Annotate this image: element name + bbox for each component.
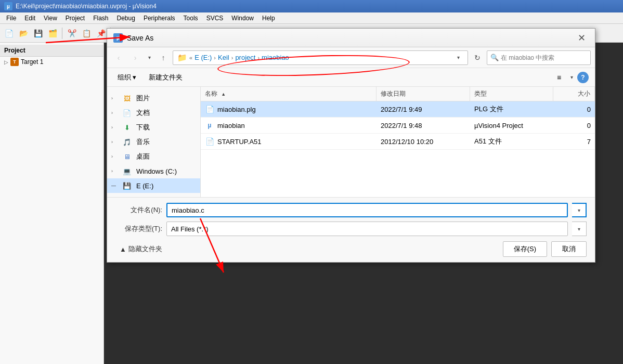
toolbar-save-btn[interactable]: 💾: [31, 27, 45, 40]
toolbar-new-btn[interactable]: 📄: [2, 27, 16, 40]
dialog-close-button[interactable]: ✕: [574, 31, 589, 45]
filename-dropdown-button[interactable]: ▾: [572, 203, 587, 217]
path-segment-e[interactable]: E (E:): [194, 54, 212, 61]
cancel-button[interactable]: 取消: [551, 241, 587, 257]
expand-icon-documents: ›: [111, 110, 118, 115]
left-panel-windows[interactable]: › 💻 Windows (C:): [107, 164, 200, 178]
file-date-plg: 2022/7/1 9:49: [377, 102, 470, 116]
toolbar-copy-btn[interactable]: 📋: [80, 27, 93, 40]
filetype-row: 保存类型(T): All Files (*.*) ▾: [115, 222, 587, 236]
expand-icon-downloads: ›: [111, 125, 118, 130]
new-folder-button[interactable]: 新建文件夹: [145, 71, 187, 84]
file-name-miaobian: miaobian: [217, 122, 245, 129]
menu-svcs[interactable]: SVCS: [202, 14, 228, 23]
hide-folders-button[interactable]: ▲ 隐藏文件夹: [115, 242, 166, 256]
path-dropdown-button[interactable]: ▾: [453, 51, 463, 64]
left-panel-documents[interactable]: › 📄 文档: [107, 106, 200, 120]
expand-icon-pictures: ›: [111, 96, 118, 101]
windows-label: Windows (C:): [136, 167, 177, 175]
menu-debug[interactable]: Debug: [113, 14, 139, 23]
view-button[interactable]: ≡: [552, 70, 566, 85]
left-panel-downloads[interactable]: › ⬇ 下载: [107, 120, 200, 135]
toolbar-open-btn[interactable]: 📂: [17, 27, 30, 40]
left-panel-pictures[interactable]: › 🖼 图片: [107, 91, 200, 106]
menu-project[interactable]: Project: [61, 14, 89, 23]
expand-icon-desktop: ›: [111, 154, 118, 159]
file-row-miaobian[interactable]: µ miaobian 2022/7/1 9:48 µVision4 Projec…: [201, 118, 595, 134]
filetype-dropdown-button[interactable]: ▾: [572, 222, 587, 236]
dialog-bottom: 文件名(N): ▾ 保存类型(T): All Files (*.*) ▾ ▲ 隐…: [107, 197, 595, 262]
nav-refresh-button[interactable]: ↻: [470, 50, 485, 65]
nav-search: 🔍: [487, 50, 591, 65]
drive-e-label: E (E:): [136, 182, 153, 190]
file-row-miaobian-plg[interactable]: 📄 miaobian.plg 2022/7/1 9:49 PLG 文件 0: [201, 101, 595, 118]
documents-icon: 📄: [122, 108, 132, 118]
menu-edit[interactable]: Edit: [20, 14, 40, 23]
target-icon: T: [10, 58, 19, 66]
menu-tools[interactable]: Tools: [179, 14, 202, 23]
filename-input[interactable]: [166, 203, 568, 217]
filename-row: 文件名(N): ▾: [115, 203, 587, 217]
sidebar-item-label: Target 1: [21, 58, 43, 66]
left-panel-desktop[interactable]: › 🖥 桌面: [107, 149, 200, 164]
action-buttons: 保存(S) 取消: [503, 241, 587, 257]
save-as-dialog: µ Save As ✕ ‹ › ▾ ↑ 📁 « E (E:) › Keil › …: [107, 28, 595, 263]
menu-peripherals[interactable]: Peripherals: [139, 14, 179, 23]
ide-menubar: File Edit View Project Flash Debug Perip…: [0, 12, 623, 24]
file-name-plg: miaobian.plg: [217, 106, 256, 113]
left-panel-drive-e[interactable]: — 💾 E (E:): [107, 178, 200, 193]
toolbar-saveall-btn[interactable]: 🗂️: [46, 27, 59, 40]
file-type-miaobian: µVision4 Project: [470, 119, 553, 133]
nav-up-button[interactable]: ↑: [156, 50, 171, 65]
ide-sidebar: Project ▷ T Target 1: [0, 43, 104, 364]
file-icon-plg: 📄: [205, 105, 214, 114]
col-name[interactable]: 名称 ▲: [201, 87, 377, 101]
dialog-toolbar: 组织 ▾ 新建文件夹 ≡ ▾ ?: [107, 68, 595, 87]
file-row-startup[interactable]: 📄 STARTUP.A51 2012/12/10 10:20 A51 文件 7: [201, 134, 595, 150]
hide-folders-label: 隐藏文件夹: [128, 244, 162, 254]
toolbar-paste-btn[interactable]: 📌: [94, 27, 108, 40]
toolbar-cut-btn[interactable]: ✂️: [65, 27, 79, 40]
nav-forward-button[interactable]: ›: [128, 50, 142, 65]
file-type-startup: A51 文件: [470, 134, 553, 149]
path-sep1: ›: [214, 55, 216, 61]
windows-icon: 💻: [122, 166, 132, 176]
col-size[interactable]: 大小: [553, 87, 595, 101]
filetype-label: 保存类型(T):: [115, 224, 162, 233]
path-sep0: «: [189, 55, 192, 61]
nav-history-chevron[interactable]: ▾: [145, 50, 154, 65]
pictures-label: 图片: [136, 94, 150, 103]
nav-path: 📁 « E (E:) › Keil › project › miaobiao ▾: [173, 50, 468, 65]
help-button[interactable]: ?: [577, 72, 589, 83]
dialog-title-icon: µ: [113, 33, 123, 43]
ide-title-text: E:\Keil\project\miaobiao\miaobian.uvproj…: [16, 3, 157, 10]
new-folder-label: 新建文件夹: [149, 73, 183, 82]
save-button[interactable]: 保存(S): [503, 241, 547, 257]
col-type[interactable]: 类型: [470, 87, 553, 101]
col-date[interactable]: 修改日期: [377, 87, 470, 101]
menu-window[interactable]: Window: [227, 14, 258, 23]
pictures-icon: 🖼: [122, 94, 132, 103]
documents-label: 文档: [136, 108, 150, 118]
path-segment-keil[interactable]: Keil: [218, 54, 229, 61]
nav-back-button[interactable]: ‹: [111, 50, 126, 65]
left-panel-music[interactable]: › 🎵 音乐: [107, 135, 200, 149]
filetype-select[interactable]: All Files (*.*): [166, 222, 568, 236]
menu-view[interactable]: View: [40, 14, 61, 23]
file-type-plg: PLG 文件: [470, 101, 553, 117]
dialog-file-list: 名称 ▲ 修改日期 类型 大小 📄 miaobian.plg 2022/7/1 …: [201, 87, 595, 197]
expand-icon-drive-e: —: [111, 183, 118, 188]
organize-button[interactable]: 组织 ▾: [113, 71, 140, 84]
menu-help[interactable]: Help: [258, 14, 279, 23]
organize-chevron-icon: ▾: [133, 73, 136, 81]
view-dropdown-icon: ▾: [570, 74, 573, 80]
menu-flash[interactable]: Flash: [89, 14, 112, 23]
search-icon: 🔍: [490, 54, 499, 61]
path-segment-project[interactable]: project: [235, 54, 255, 61]
search-input[interactable]: [501, 54, 587, 61]
path-sep3: ›: [257, 55, 259, 61]
drive-e-icon: 💾: [122, 181, 132, 190]
sidebar-item-target1[interactable]: ▷ T Target 1: [0, 57, 103, 67]
path-segment-miaobiao[interactable]: miaobiao: [262, 54, 289, 61]
menu-file[interactable]: File: [2, 14, 20, 23]
